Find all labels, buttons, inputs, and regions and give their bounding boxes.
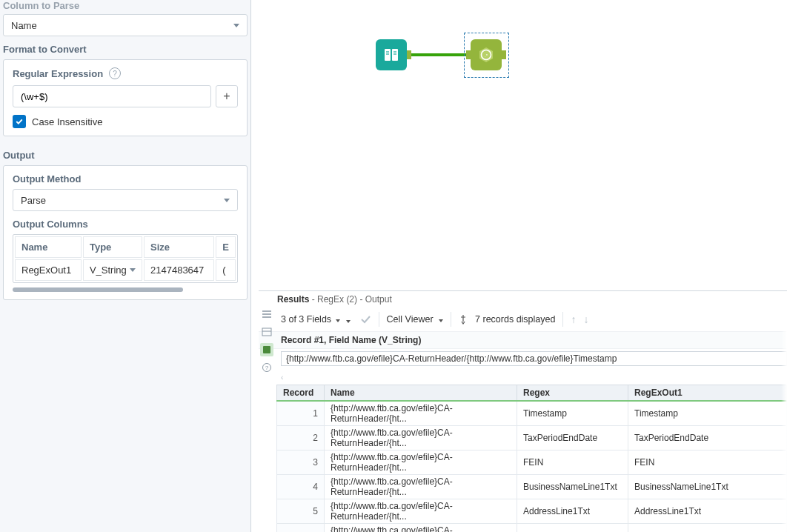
output-columns-table: Name Type Size E RegExOut1 V_String 2147… xyxy=(13,234,238,283)
arrow-up-icon[interactable]: ↑ xyxy=(571,313,576,325)
format-to-convert-label: Format to Convert xyxy=(3,36,248,59)
table-row[interactable]: 2{http://www.ftb.ca.gov/efile}CA-ReturnH… xyxy=(277,426,787,450)
table-row[interactable]: 6{http://www.ftb.ca.gov/efile}CA-ReturnH… xyxy=(277,524,787,533)
cell-regex[interactable]: TaxPeriodEndDate xyxy=(517,426,628,450)
col-expr-cell[interactable]: ( xyxy=(216,259,236,281)
workflow-canvas[interactable]: .* xyxy=(251,0,787,290)
col-header-size[interactable]: Size xyxy=(144,236,214,258)
cell-name[interactable]: {http://www.ftb.ca.gov/efile}CA-ReturnHe… xyxy=(325,499,517,524)
cell-name[interactable]: {http://www.ftb.ca.gov/efile}CA-ReturnHe… xyxy=(325,475,517,499)
cell-name[interactable]: {http://www.ftb.ca.gov/efile}CA-ReturnHe… xyxy=(325,524,517,533)
fade-overlay xyxy=(781,291,787,532)
row-number: 2 xyxy=(277,426,325,450)
cell-regex[interactable]: FEIN xyxy=(517,450,628,475)
format-box: Regular Expression ? + Case Insensitive xyxy=(3,59,248,136)
col-header-name[interactable]: Name xyxy=(15,236,82,258)
help-icon[interactable]: ? xyxy=(109,67,121,79)
column-to-parse-select[interactable]: Name xyxy=(3,14,248,36)
separator xyxy=(451,312,451,327)
case-insensitive-checkbox[interactable]: Case Insensitive xyxy=(13,115,238,128)
horizontal-scroll-indicator[interactable]: ‹ xyxy=(259,373,787,385)
chevron-down-icon xyxy=(233,24,239,27)
pin-icon[interactable] xyxy=(459,314,468,325)
output-method-label: Output Method xyxy=(13,173,238,184)
chevron-down-icon xyxy=(224,199,230,202)
record-value-cell[interactable]: {http://www.ftb.ca.gov/efile}CA-ReturnHe… xyxy=(281,351,787,366)
cell-name[interactable]: {http://www.ftb.ca.gov/efile}CA-ReturnHe… xyxy=(325,426,517,450)
table-icon[interactable] xyxy=(260,325,273,339)
column-to-parse-label: Column to Parse xyxy=(3,0,248,14)
results-grid: Record Name Regex RegExOut1 1{http://www… xyxy=(276,385,787,532)
output-section-label: Output xyxy=(3,144,248,165)
row-number: 1 xyxy=(277,401,325,426)
cell-out[interactable]: AddressLine1Txt xyxy=(628,499,787,524)
horizontal-scrollbar[interactable] xyxy=(13,287,183,292)
svg-rect-0 xyxy=(385,49,391,61)
config-panel: Column to Parse Name Format to Convert R… xyxy=(0,0,251,532)
cell-regex[interactable]: CityNm xyxy=(517,524,628,533)
table-row[interactable]: 5{http://www.ftb.ca.gov/efile}CA-ReturnH… xyxy=(277,499,787,524)
book-icon xyxy=(382,46,400,64)
results-sidebar: ? xyxy=(259,307,275,374)
add-regex-button[interactable]: + xyxy=(216,85,238,107)
column-to-parse-value: Name xyxy=(11,20,37,31)
output-column-row[interactable]: RegExOut1 V_String 2147483647 ( xyxy=(15,259,236,281)
regex-tool-node[interactable]: .* xyxy=(471,39,502,70)
cell-name[interactable]: {http://www.ftb.ca.gov/efile}CA-ReturnHe… xyxy=(325,401,517,426)
cell-name[interactable]: {http://www.ftb.ca.gov/efile}CA-ReturnHe… xyxy=(325,450,517,475)
data-icon[interactable] xyxy=(260,343,273,356)
cell-out[interactable]: CityNm xyxy=(628,524,787,533)
cell-out[interactable]: TaxPeriodEndDate xyxy=(628,426,787,450)
info-icon[interactable]: ? xyxy=(260,361,273,374)
row-number: 4 xyxy=(277,475,325,499)
checkbox-checked-icon xyxy=(13,115,26,128)
cell-regex[interactable]: Timestamp xyxy=(517,401,628,426)
output-columns-label: Output Columns xyxy=(13,219,238,230)
row-number: 3 xyxy=(277,450,325,475)
connection-wire xyxy=(411,53,466,56)
check-icon[interactable] xyxy=(359,313,371,325)
table-row[interactable]: 4{http://www.ftb.ca.gov/efile}CA-ReturnH… xyxy=(277,475,787,499)
grid-header-out[interactable]: RegExOut1 xyxy=(628,385,787,402)
cell-out[interactable]: FEIN xyxy=(628,450,787,475)
svg-text:?: ? xyxy=(265,365,269,371)
regex-icon: .* xyxy=(477,46,495,64)
table-row[interactable]: 3{http://www.ftb.ca.gov/efile}CA-ReturnH… xyxy=(277,450,787,475)
output-box: Output Method Parse Output Columns Name … xyxy=(3,165,248,300)
text-input-tool-node[interactable] xyxy=(376,39,407,70)
row-number: 6 xyxy=(277,524,325,533)
list-icon[interactable] xyxy=(260,307,273,321)
col-type-cell[interactable]: V_String xyxy=(83,259,142,281)
fields-dropdown[interactable]: 3 of 3 Fields xyxy=(281,314,340,325)
svg-rect-9 xyxy=(262,328,271,336)
col-name-cell[interactable]: RegExOut1 xyxy=(15,259,82,281)
svg-rect-1 xyxy=(392,49,398,61)
record-info-label: Record #1, Field Name (V_String) xyxy=(259,332,787,349)
grid-header-name[interactable]: Name xyxy=(325,385,517,402)
grid-header-record[interactable]: Record xyxy=(277,385,325,402)
output-method-select[interactable]: Parse xyxy=(13,189,238,211)
row-number: 5 xyxy=(277,499,325,524)
col-header-expr[interactable]: E xyxy=(216,236,236,258)
col-size-cell[interactable]: 2147483647 xyxy=(144,259,214,281)
cell-viewer-dropdown[interactable]: Cell Viewer xyxy=(387,314,443,325)
regex-input[interactable] xyxy=(13,85,211,107)
cell-regex[interactable]: AddressLine1Txt xyxy=(517,499,628,524)
output-port[interactable] xyxy=(407,50,411,59)
svg-text:.*: .* xyxy=(485,53,488,58)
chevron-down-icon xyxy=(130,268,136,272)
results-panel: Results - RegEx (2) - Output ? 3 of 3 Fi… xyxy=(259,290,787,532)
cell-regex[interactable]: BusinessNameLine1Txt xyxy=(517,475,628,499)
separator xyxy=(562,312,563,327)
arrow-down-icon[interactable]: ↓ xyxy=(583,313,588,325)
svg-rect-11 xyxy=(263,346,270,353)
results-breadcrumb: Results - RegEx (2) - Output xyxy=(259,291,787,309)
table-row[interactable]: 1{http://www.ftb.ca.gov/efile}CA-ReturnH… xyxy=(277,401,787,426)
fields-dropdown-2[interactable] xyxy=(345,314,352,325)
cell-out[interactable]: BusinessNameLine1Txt xyxy=(628,475,787,499)
grid-header-regex[interactable]: Regex xyxy=(517,385,628,402)
records-displayed-label: 7 records displayed xyxy=(475,314,555,325)
results-toolbar: 3 of 3 Fields Cell Viewer 7 records disp… xyxy=(259,309,787,332)
col-header-type[interactable]: Type xyxy=(83,236,142,258)
cell-out[interactable]: Timestamp xyxy=(628,401,787,426)
